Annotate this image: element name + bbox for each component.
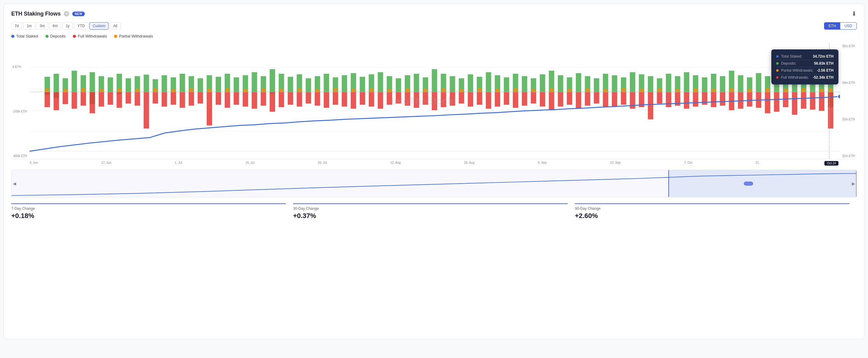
time-btn-6m[interactable]: 6m	[50, 22, 61, 30]
x-label-17jun: 17. Jun	[101, 161, 111, 166]
currency-usd[interactable]: USD	[840, 23, 857, 29]
y-right-34m: 34m ETH	[842, 81, 856, 85]
svg-rect-74	[666, 74, 671, 92]
svg-rect-152	[576, 92, 581, 109]
time-btn-1y[interactable]: 1y	[62, 22, 73, 30]
header: ETH Staking Flows ? NEW ⬇	[11, 10, 857, 18]
tooltip-value-deposits: 56.83k ETH	[814, 61, 834, 66]
time-btn-ytd[interactable]: YTD	[74, 22, 88, 30]
svg-rect-32	[288, 77, 293, 92]
svg-rect-196	[316, 89, 319, 92]
svg-rect-14	[126, 78, 131, 92]
x-label-9sep: 9. Sep	[538, 161, 547, 166]
svg-rect-114	[234, 92, 239, 105]
legend-dot-deposits	[45, 35, 49, 38]
svg-rect-38	[342, 75, 347, 92]
svg-rect-199	[370, 89, 373, 92]
currency-toggle: ETH USD	[824, 22, 857, 30]
svg-rect-30	[270, 69, 275, 94]
svg-rect-125	[333, 92, 338, 105]
svg-rect-161	[657, 92, 662, 104]
stat-7day: 7-Day Change +0.18%	[11, 203, 286, 220]
scroll-right-arrow[interactable]: ▶	[852, 181, 855, 186]
tooltip-label-deposits: Deposits:	[781, 61, 812, 66]
svg-rect-145	[513, 92, 518, 108]
svg-rect-113	[225, 92, 230, 108]
svg-rect-143	[495, 92, 500, 107]
svg-rect-228	[669, 170, 857, 197]
time-btn-3m[interactable]: 3m	[36, 22, 48, 30]
main-chart-area[interactable]: 0 ETH -200k ETH -400k ETH 35m ETH 34m ET…	[11, 43, 857, 159]
help-icon[interactable]: ?	[64, 11, 69, 17]
svg-rect-34	[306, 78, 311, 92]
svg-rect-155	[603, 92, 609, 107]
svg-rect-50	[450, 76, 455, 92]
x-label-1jul: 1. Jul	[175, 161, 182, 166]
svg-rect-138	[450, 92, 455, 106]
svg-rect-44	[396, 78, 401, 92]
svg-rect-186	[136, 89, 139, 92]
svg-rect-97	[81, 92, 86, 106]
svg-rect-217	[694, 89, 697, 92]
svg-rect-116	[252, 92, 257, 109]
svg-rect-148	[540, 92, 545, 107]
svg-rect-22	[198, 78, 203, 92]
x-label-3jun: 3. Jun	[30, 161, 38, 166]
svg-rect-204	[460, 89, 463, 92]
stat-90day: 90-Day Change +2.60%	[575, 203, 849, 220]
currency-eth[interactable]: ETH	[825, 23, 840, 29]
mini-chart-area[interactable]: Jan '21 Jul '21 Jan '22 Jul '22 Jan '23 …	[11, 170, 857, 197]
svg-rect-130	[378, 92, 383, 109]
svg-rect-181	[46, 89, 49, 92]
svg-rect-100	[108, 92, 113, 105]
svg-rect-171	[747, 92, 752, 107]
svg-rect-126	[342, 92, 347, 107]
svg-rect-117	[261, 92, 266, 106]
svg-rect-24	[216, 77, 221, 92]
svg-rect-72	[648, 76, 653, 92]
svg-rect-40	[360, 77, 365, 92]
x-label-7oct: 7. Oct	[684, 161, 692, 166]
svg-rect-68	[612, 75, 617, 92]
svg-rect-231	[744, 182, 753, 186]
y-label-200k: -200k ETH	[12, 110, 28, 113]
svg-rect-223	[802, 89, 805, 92]
svg-rect-153	[585, 92, 590, 106]
svg-rect-20	[180, 74, 185, 92]
x-axis: 3. Jun 17. Jun 1. Jul 15. Jul 29. Jul 12…	[11, 159, 857, 167]
svg-rect-156	[612, 92, 617, 107]
tooltip-dot-total-staked	[776, 55, 779, 58]
svg-rect-84	[756, 73, 761, 92]
time-btn-1m[interactable]: 1m	[23, 22, 35, 30]
svg-rect-146	[522, 92, 527, 106]
time-btn-custom[interactable]: Custom	[89, 22, 108, 30]
legend-dot-partial-withdrawals	[114, 35, 117, 38]
svg-rect-177	[801, 92, 806, 109]
download-button[interactable]: ⬇	[851, 10, 857, 18]
svg-rect-190	[208, 89, 211, 92]
svg-rect-173	[765, 92, 770, 113]
svg-rect-122	[306, 92, 311, 104]
legend-label-partial-withdrawals: Partial Withdrawals	[119, 34, 153, 38]
svg-rect-189	[190, 88, 193, 92]
legend-dot-total-staked	[11, 35, 14, 38]
svg-rect-151	[567, 92, 572, 105]
svg-rect-78	[702, 77, 707, 92]
svg-rect-46	[414, 74, 420, 92]
svg-rect-149	[549, 92, 554, 110]
time-btn-7d[interactable]: 7d	[11, 22, 22, 30]
legend-label-total-staked: Total Staked	[16, 34, 38, 38]
svg-rect-144	[504, 92, 509, 105]
time-btn-all[interactable]: All	[110, 22, 121, 30]
svg-rect-62	[558, 75, 563, 92]
controls-row: 7d 1m 3m 6m 1y YTD Custom All ETH USD	[11, 22, 857, 30]
svg-rect-131	[387, 92, 392, 105]
legend-label-deposits: Deposits	[50, 34, 66, 38]
scroll-left-arrow[interactable]: ◀	[13, 181, 16, 186]
y-right-35m: 35m ETH	[842, 44, 856, 48]
svg-rect-167	[711, 92, 716, 107]
svg-rect-215	[658, 89, 661, 92]
svg-rect-54	[486, 72, 491, 92]
tooltip-row-deposits: Deposits: 56.83k ETH	[776, 60, 834, 67]
svg-rect-8	[72, 71, 77, 92]
